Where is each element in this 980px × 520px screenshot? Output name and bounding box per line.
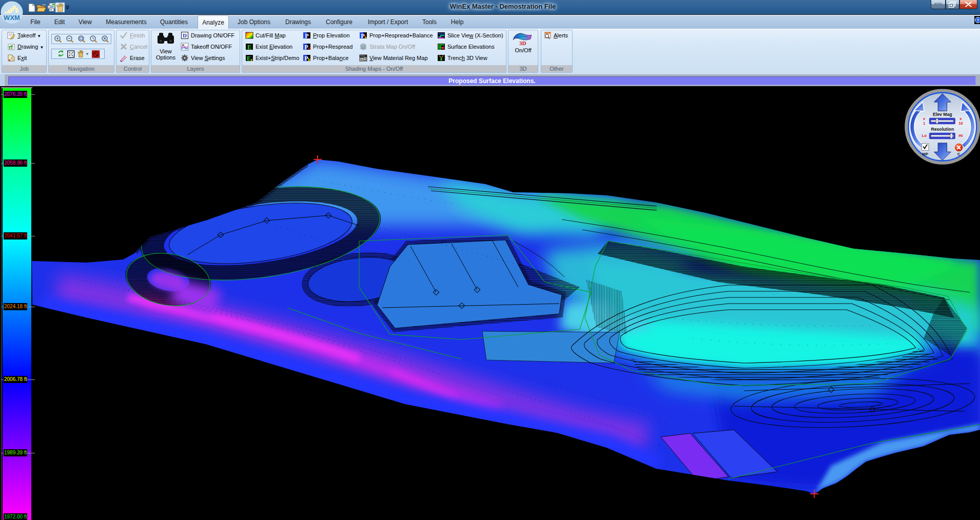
svg-text:10: 10 [958,121,963,126]
svg-text:D: D [183,32,187,38]
svg-text:P: P [304,44,308,51]
svg-text:C: C [957,152,961,156]
svg-text:WXM: WXM [4,14,20,22]
svg-text:E: E [247,55,251,62]
svg-text:3D: 3D [519,40,526,46]
svg-text:Resolution: Resolution [931,127,954,132]
svg-text:E: E [247,44,251,51]
svg-text:1: 1 [923,121,926,126]
svg-text:?: ? [977,18,979,23]
svg-text:Hi: Hi [959,133,963,138]
svg-text:WF: WF [922,152,928,156]
svg-text:r: r [308,46,310,51]
svg-text:Elev Mag: Elev Mag [933,112,952,117]
svg-text:x: x [959,116,962,121]
svg-text:b: b [365,35,367,39]
svg-text:P: P [305,32,308,39]
svg-text:Lo: Lo [922,133,927,138]
svg-text:s: s [251,57,252,62]
svg-text:b: b [308,57,310,62]
svg-text:x: x [923,116,926,121]
